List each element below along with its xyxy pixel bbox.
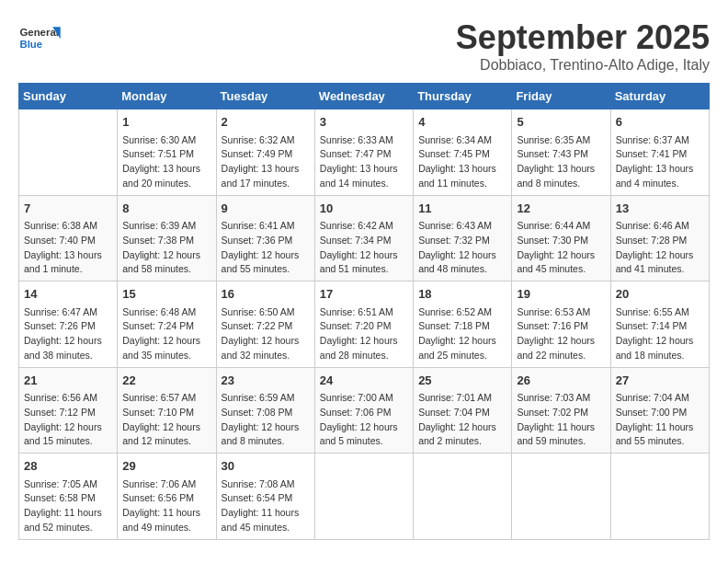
day-cell: 1Sunrise: 6:30 AM Sunset: 7:51 PM Daylig… <box>118 109 216 196</box>
day-number: 12 <box>517 200 605 218</box>
week-row-4: 21Sunrise: 6:56 AM Sunset: 7:12 PM Dayli… <box>19 367 710 454</box>
day-info: Sunrise: 6:47 AM Sunset: 7:26 PM Dayligh… <box>24 305 112 363</box>
day-number: 30 <box>222 457 310 476</box>
day-number: 3 <box>320 113 408 132</box>
day-info: Sunrise: 6:59 AM Sunset: 7:08 PM Dayligh… <box>222 391 310 449</box>
day-info: Sunrise: 6:35 AM Sunset: 7:43 PM Dayligh… <box>517 133 605 191</box>
day-cell: 29Sunrise: 7:06 AM Sunset: 6:56 PM Dayli… <box>118 454 216 540</box>
day-info: Sunrise: 6:32 AM Sunset: 7:49 PM Dayligh… <box>222 133 310 191</box>
day-cell: 30Sunrise: 7:08 AM Sunset: 6:54 PM Dayli… <box>216 454 314 540</box>
day-info: Sunrise: 6:34 AM Sunset: 7:45 PM Dayligh… <box>418 133 506 191</box>
header-cell-monday: Monday <box>118 84 216 109</box>
day-info: Sunrise: 6:38 AM Sunset: 7:40 PM Dayligh… <box>24 219 112 277</box>
day-number: 21 <box>24 372 112 390</box>
day-cell <box>414 454 512 540</box>
day-number: 26 <box>517 372 605 390</box>
day-cell: 21Sunrise: 6:56 AM Sunset: 7:12 PM Dayli… <box>19 367 118 454</box>
day-info: Sunrise: 7:03 AM Sunset: 7:02 PM Dayligh… <box>517 391 605 449</box>
day-info: Sunrise: 6:30 AM Sunset: 7:51 PM Dayligh… <box>122 133 210 191</box>
week-row-3: 14Sunrise: 6:47 AM Sunset: 7:26 PM Dayli… <box>19 282 710 368</box>
day-number: 14 <box>24 285 112 304</box>
day-info: Sunrise: 6:51 AM Sunset: 7:20 PM Dayligh… <box>320 305 408 363</box>
day-info: Sunrise: 7:06 AM Sunset: 6:56 PM Dayligh… <box>122 477 210 535</box>
svg-text:General: General <box>19 27 58 38</box>
day-info: Sunrise: 6:52 AM Sunset: 7:18 PM Dayligh… <box>418 305 506 363</box>
day-number: 15 <box>122 285 210 304</box>
day-info: Sunrise: 6:41 AM Sunset: 7:36 PM Dayligh… <box>222 219 310 277</box>
header-cell-tuesday: Tuesday <box>216 84 314 109</box>
day-cell: 24Sunrise: 7:00 AM Sunset: 7:06 PM Dayli… <box>314 367 413 454</box>
day-number: 10 <box>320 200 408 218</box>
day-info: Sunrise: 6:56 AM Sunset: 7:12 PM Dayligh… <box>24 391 112 449</box>
logo: General Blue <box>18 18 64 55</box>
day-cell <box>314 454 413 540</box>
page-header: General Blue September 2025 Dobbiaco, Tr… <box>18 18 710 74</box>
logo-icon: General Blue <box>18 18 64 55</box>
header-cell-sunday: Sunday <box>19 84 118 109</box>
day-cell: 14Sunrise: 6:47 AM Sunset: 7:26 PM Dayli… <box>19 282 118 368</box>
day-cell: 5Sunrise: 6:35 AM Sunset: 7:43 PM Daylig… <box>512 109 610 196</box>
day-info: Sunrise: 6:57 AM Sunset: 7:10 PM Dayligh… <box>122 391 210 449</box>
day-number: 25 <box>418 372 506 390</box>
day-number: 19 <box>517 285 605 304</box>
day-number: 2 <box>222 113 310 132</box>
day-cell <box>610 454 709 540</box>
day-info: Sunrise: 6:46 AM Sunset: 7:28 PM Dayligh… <box>616 219 704 277</box>
day-number: 13 <box>616 200 704 218</box>
day-cell: 7Sunrise: 6:38 AM Sunset: 7:40 PM Daylig… <box>19 195 118 282</box>
svg-text:Blue: Blue <box>19 39 42 50</box>
day-info: Sunrise: 6:55 AM Sunset: 7:14 PM Dayligh… <box>616 305 704 363</box>
month-title: September 2025 <box>456 18 710 57</box>
day-cell: 28Sunrise: 7:05 AM Sunset: 6:58 PM Dayli… <box>19 454 118 540</box>
day-cell: 8Sunrise: 6:39 AM Sunset: 7:38 PM Daylig… <box>118 195 216 282</box>
day-cell: 11Sunrise: 6:43 AM Sunset: 7:32 PM Dayli… <box>414 195 512 282</box>
header-cell-thursday: Thursday <box>414 84 512 109</box>
day-number: 24 <box>320 372 408 390</box>
day-info: Sunrise: 7:00 AM Sunset: 7:06 PM Dayligh… <box>320 391 408 449</box>
day-info: Sunrise: 6:53 AM Sunset: 7:16 PM Dayligh… <box>517 305 605 363</box>
day-info: Sunrise: 7:05 AM Sunset: 6:58 PM Dayligh… <box>24 477 112 535</box>
day-number: 28 <box>24 457 112 476</box>
day-cell: 17Sunrise: 6:51 AM Sunset: 7:20 PM Dayli… <box>314 282 413 368</box>
day-cell: 6Sunrise: 6:37 AM Sunset: 7:41 PM Daylig… <box>610 109 709 196</box>
day-cell: 9Sunrise: 6:41 AM Sunset: 7:36 PM Daylig… <box>216 195 314 282</box>
day-cell: 20Sunrise: 6:55 AM Sunset: 7:14 PM Dayli… <box>610 282 709 368</box>
day-number: 9 <box>222 200 310 218</box>
day-cell: 26Sunrise: 7:03 AM Sunset: 7:02 PM Dayli… <box>512 367 610 454</box>
day-info: Sunrise: 6:50 AM Sunset: 7:22 PM Dayligh… <box>222 305 310 363</box>
week-row-5: 28Sunrise: 7:05 AM Sunset: 6:58 PM Dayli… <box>19 454 710 540</box>
day-info: Sunrise: 6:44 AM Sunset: 7:30 PM Dayligh… <box>517 219 605 277</box>
day-cell: 19Sunrise: 6:53 AM Sunset: 7:16 PM Dayli… <box>512 282 610 368</box>
day-cell: 22Sunrise: 6:57 AM Sunset: 7:10 PM Dayli… <box>118 367 216 454</box>
day-info: Sunrise: 6:48 AM Sunset: 7:24 PM Dayligh… <box>122 305 210 363</box>
day-cell: 12Sunrise: 6:44 AM Sunset: 7:30 PM Dayli… <box>512 195 610 282</box>
day-number: 11 <box>418 200 506 218</box>
day-number: 6 <box>616 113 704 132</box>
day-cell: 27Sunrise: 7:04 AM Sunset: 7:00 PM Dayli… <box>610 367 709 454</box>
day-number: 18 <box>418 285 506 304</box>
header-row: SundayMondayTuesdayWednesdayThursdayFrid… <box>19 84 710 109</box>
header-cell-friday: Friday <box>512 84 610 109</box>
day-number: 20 <box>616 285 704 304</box>
day-info: Sunrise: 6:37 AM Sunset: 7:41 PM Dayligh… <box>616 133 704 191</box>
day-number: 17 <box>320 285 408 304</box>
day-info: Sunrise: 7:01 AM Sunset: 7:04 PM Dayligh… <box>418 391 506 449</box>
day-number: 23 <box>222 372 310 390</box>
day-cell <box>19 109 118 196</box>
day-number: 22 <box>122 372 210 390</box>
header-cell-wednesday: Wednesday <box>314 84 413 109</box>
location: Dobbiaco, Trentino-Alto Adige, Italy <box>456 57 710 74</box>
day-info: Sunrise: 6:43 AM Sunset: 7:32 PM Dayligh… <box>418 219 506 277</box>
day-info: Sunrise: 7:04 AM Sunset: 7:00 PM Dayligh… <box>616 391 704 449</box>
week-row-1: 1Sunrise: 6:30 AM Sunset: 7:51 PM Daylig… <box>19 109 710 196</box>
day-number: 5 <box>517 113 605 132</box>
day-number: 1 <box>122 113 210 132</box>
day-cell: 25Sunrise: 7:01 AM Sunset: 7:04 PM Dayli… <box>414 367 512 454</box>
day-cell: 10Sunrise: 6:42 AM Sunset: 7:34 PM Dayli… <box>314 195 413 282</box>
title-block: September 2025 Dobbiaco, Trentino-Alto A… <box>456 18 710 74</box>
day-number: 8 <box>122 200 210 218</box>
day-number: 16 <box>222 285 310 304</box>
calendar-table: SundayMondayTuesdayWednesdayThursdayFrid… <box>18 83 710 540</box>
day-info: Sunrise: 6:39 AM Sunset: 7:38 PM Dayligh… <box>122 219 210 277</box>
header-cell-saturday: Saturday <box>610 84 709 109</box>
